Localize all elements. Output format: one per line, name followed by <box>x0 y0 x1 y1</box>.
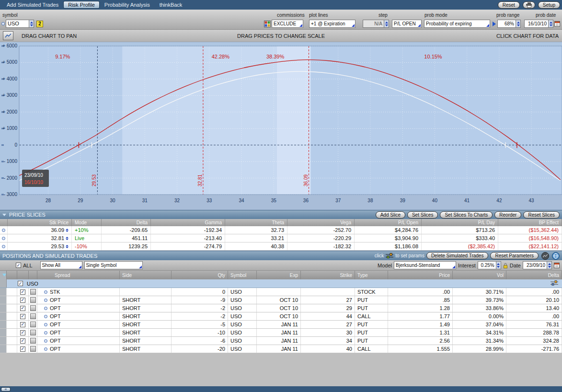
row-checkbox[interactable]: ✓ <box>20 346 25 352</box>
positions-col-spread: Spread <box>37 271 120 279</box>
tab-risk-profile[interactable]: Risk Profile <box>63 1 100 9</box>
row-checkbox[interactable]: ✓ <box>20 306 25 311</box>
row-color-button[interactable] <box>30 346 36 352</box>
prob-range-stepper[interactable]: 68% <box>497 20 516 28</box>
chart-canvas[interactable]: 29.5332.8136.099.17%42.28%38.39%10.15%+ … <box>0 42 562 211</box>
svg-text:- 3000: - 3000 <box>4 192 18 197</box>
price-slice-row: 36.09+10%-209.65-192.3432.73-252.70$4,28… <box>0 226 562 234</box>
row-checkbox[interactable]: ✓ <box>20 298 25 303</box>
params-icon <box>386 253 393 258</box>
slice-price-stepper[interactable]: 32.81 <box>8 234 72 242</box>
svg-text:42: 42 <box>496 198 502 203</box>
set-slices-button[interactable]: Set Slices <box>407 211 438 219</box>
row-checkbox[interactable]: ✓ <box>20 314 25 319</box>
interest-stepper[interactable]: 0.25% <box>478 261 496 269</box>
delete-simulated-trades-button[interactable]: Delete Simulated Trades <box>426 252 489 259</box>
svg-text:42.28%: 42.28% <box>212 54 230 59</box>
position-cell-strike: 27 <box>301 321 355 328</box>
tab-probability-analysis[interactable]: Probability Analysis <box>100 1 155 9</box>
slice-delta: -209.65 <box>102 226 151 234</box>
row-gutter <box>0 304 7 312</box>
row-color-button[interactable] <box>30 313 36 319</box>
svg-text:29.53: 29.53 <box>92 174 97 186</box>
calendar-icon[interactable] <box>554 21 560 27</box>
pl-mode-dropdown[interactable]: P/L OPEN <box>392 20 422 28</box>
position-cell-spread: OPT <box>37 296 120 304</box>
position-cell-symbol: USO <box>228 304 257 312</box>
row-checkbox[interactable]: ✓ <box>20 330 25 335</box>
svg-text:39: 39 <box>400 198 406 203</box>
group-checkbox[interactable]: ✓ <box>18 281 23 286</box>
position-cell-symbol: USO <box>228 312 257 320</box>
risk-graph-svg[interactable]: 29.5332.8136.099.17%42.28%38.39%10.15%+ … <box>0 42 562 210</box>
svg-text:30: 30 <box>110 198 115 203</box>
all-checkbox[interactable]: ✓ <box>16 263 21 268</box>
model-dropdown[interactable]: Bjerksund-Stensland <box>394 261 456 269</box>
slice-bullet-icon <box>0 242 8 250</box>
row-gutter <box>0 312 7 320</box>
step-stepper[interactable]: N/A <box>363 20 384 28</box>
row-checkbox[interactable]: ✓ <box>20 322 25 327</box>
lock-icon[interactable] <box>503 263 508 268</box>
setup-button[interactable]: Setup <box>538 1 560 9</box>
position-cell-spread: OPT <box>37 345 120 353</box>
analyze-icon[interactable] <box>541 252 549 260</box>
slice-theta: 40.38 <box>225 242 287 250</box>
show-all-dropdown[interactable]: Show All <box>40 261 82 269</box>
slice-pl-open: $1,186.08 <box>355 242 422 250</box>
add-slice-button[interactable]: Add Slice <box>376 211 405 219</box>
positions-col-side: Side <box>120 271 172 279</box>
position-cell-qty: -9 <box>172 296 228 304</box>
row-color-button[interactable] <box>30 305 36 311</box>
commissions-dropdown[interactable]: EXCLUDE <box>272 20 303 28</box>
row-checkbox[interactable]: ✓ <box>20 289 25 295</box>
row-color-button[interactable] <box>30 330 36 335</box>
set-slices-to-charts-button[interactable]: Set Slices To Charts <box>440 211 493 219</box>
calendar-icon-2[interactable] <box>554 262 560 268</box>
row-color-button[interactable] <box>30 322 36 327</box>
risk-profile-chart[interactable]: 29.5332.8136.099.17%42.28%38.39%10.15%+ … <box>0 42 562 210</box>
tab-thinkback[interactable]: thinkBack <box>155 1 187 9</box>
position-cell-spread: OPT <box>37 329 120 336</box>
position-cell-exp: JAN 11 <box>257 345 301 353</box>
collapse-panel-button[interactable]: « <box>1 387 11 392</box>
slice-bullet-icon <box>0 234 8 242</box>
symbol-spinner[interactable] <box>29 20 34 28</box>
reorder-button[interactable]: Reorder <box>494 211 521 219</box>
plot-lines-dropdown[interactable]: +1 @ Expiration <box>309 20 356 28</box>
expand-all-icon[interactable] <box>0 271 7 279</box>
group-params-icon[interactable] <box>551 280 558 287</box>
position-cell-type: CALL <box>355 345 388 353</box>
globe-icon[interactable] <box>552 252 560 260</box>
play-icon[interactable] <box>493 22 496 26</box>
drag-chart-hint: DRAG CHART TO PAN <box>22 33 77 39</box>
reset-button[interactable]: Reset <box>498 1 520 9</box>
print-button[interactable] <box>523 1 535 9</box>
prob-mode-dropdown[interactable]: Probability of expiring <box>424 20 490 28</box>
commissions-grid-icon[interactable] <box>264 21 271 27</box>
slice-price-stepper[interactable]: 29.53 <box>8 242 72 250</box>
row-color-button-cell <box>29 304 37 312</box>
svg-text:28: 28 <box>46 198 51 203</box>
symbol-group-row[interactable]: ✓ USO <box>0 279 562 288</box>
slice-price-stepper[interactable]: 36.09 <box>8 226 72 234</box>
prob-date-stepper[interactable]: 16/10/10 <box>524 20 548 28</box>
position-cell-spread: STK <box>37 288 120 296</box>
slices-col-vega: Vega <box>287 219 355 226</box>
single-symbol-dropdown[interactable]: Single Symbol <box>84 261 143 269</box>
svg-text:9.17%: 9.17% <box>55 54 70 59</box>
svg-text:43: 43 <box>529 198 535 203</box>
tab-add-simulated-trades[interactable]: Add Simulated Trades <box>2 1 63 9</box>
reset-parameters-button[interactable]: Reset Parameters <box>490 252 539 259</box>
row-checkbox[interactable]: ✓ <box>20 338 25 344</box>
chart-style-button[interactable] <box>3 31 13 40</box>
collapse-slices-icon[interactable] <box>2 214 6 216</box>
position-cell-vol: 39.73% <box>453 296 506 304</box>
date-stepper[interactable]: 23/09/10 <box>523 261 547 269</box>
symbol-input[interactable]: USO <box>6 20 29 28</box>
reset-slices-button[interactable]: Reset Slices <box>523 211 560 219</box>
row-color-button[interactable] <box>30 338 36 344</box>
row-color-button[interactable] <box>30 289 36 295</box>
row-color-button[interactable] <box>30 297 36 303</box>
link-badge[interactable]: 2 <box>36 21 43 27</box>
